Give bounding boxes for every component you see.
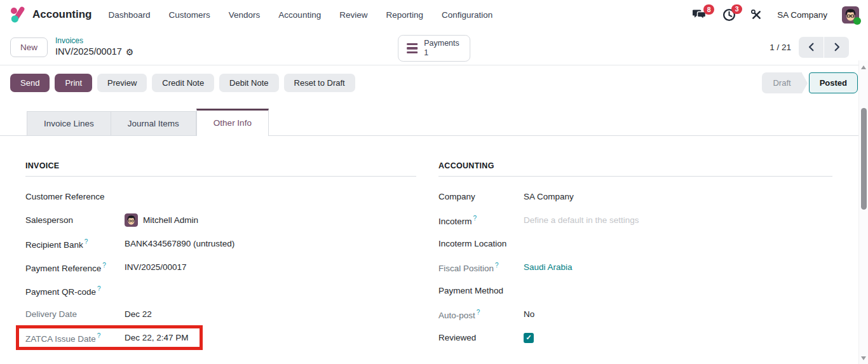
recipient-bank-value[interactable]: BANK434567890 (untrusted) [125,237,234,250]
top-navbar: Accounting Dashboard Customers Vendors A… [0,0,868,29]
menu-review[interactable]: Review [339,10,367,20]
debit-note-button[interactable]: Debit Note [219,74,278,92]
state-widget: Draft Posted [762,72,858,93]
auto-post-value[interactable]: No [524,307,534,321]
control-panel: New Invoices INV/2025/00017 ⚙ Payments 1… [0,29,868,65]
field-auto-post: Auto-post? No [438,307,832,321]
reviewed-label: Reviewed [438,333,524,342]
tab-journal-items[interactable]: Journal Items [111,111,196,135]
nav-right: 8 3 SA Company [693,6,859,24]
tab-invoice-lines[interactable]: Invoice Lines [27,111,111,135]
accounting-app-icon[interactable] [10,6,27,23]
help-icon[interactable]: ? [85,238,88,245]
notebook-tabs: Invoice Lines Journal Items Other Info [0,109,868,136]
reset-to-draft-button[interactable]: Reset to Draft [284,74,355,92]
scroll-down-arrow-icon[interactable] [861,356,866,360]
gear-icon[interactable]: ⚙ [126,48,134,57]
menu-dashboard[interactable]: Dashboard [109,10,151,20]
field-zatca-issue-date: ZATCA Issue Date? Dec 22, 2:47 PM [25,330,416,345]
field-customer-reference: Customer Reference [25,189,416,204]
vertical-scrollbar[interactable] [858,60,868,364]
chevron-right-icon [833,43,841,51]
menu-accounting[interactable]: Accounting [278,10,321,20]
help-icon[interactable]: ? [473,215,477,222]
tools-button[interactable] [750,9,763,21]
payments-count: 1 [424,48,428,58]
action-buttons: Send Print Preview Credit Note Debit Not… [10,74,355,92]
state-draft[interactable]: Draft [762,72,801,93]
pager-next-button[interactable] [824,37,849,58]
salesperson-value[interactable]: Mitchell Admin [125,213,198,227]
print-button[interactable]: Print [55,74,92,92]
breadcrumb-current: INV/2025/00017 ⚙ [55,46,133,57]
help-icon[interactable]: ? [495,262,499,269]
field-payment-reference: Payment Reference? INV/2025/00017 [25,260,416,274]
zatca-issue-date-label: ZATCA Issue Date? [25,332,125,344]
nav-left: Accounting Dashboard Customers Vendors A… [10,6,492,23]
form-sheet: Invoice Lines Journal Items Other Info I… [0,109,868,354]
accounting-section: ACCOUNTING Company SA Company Incoterm? … [438,161,832,354]
salesperson-label: Salesperson [25,215,125,225]
payment-reference-value[interactable]: INV/2025/00017 [125,260,187,274]
field-salesperson: Salesperson Mi [25,213,416,227]
incoterm-label: Incoterm? [438,215,524,226]
activities-button[interactable]: 3 [722,8,736,22]
zatca-issue-date-value[interactable]: Dec 22, 2:47 PM [125,331,189,344]
checkmark-icon: ✓ [526,334,531,341]
record-name: INV/2025/00017 [55,46,122,57]
field-fiscal-position: Fiscal Position? Saudi Arabia [438,260,832,274]
company-value[interactable]: SA Company [524,190,574,203]
payment-method-label: Payment Method [438,286,524,295]
field-delivery-date: Delivery Date Dec 22 [25,307,416,321]
field-incoterm-location: Incoterm Location [438,236,832,251]
preview-button[interactable]: Preview [97,74,147,92]
menu-customers[interactable]: Customers [169,10,210,20]
fiscal-position-label: Fiscal Position? [438,262,524,273]
app-name[interactable]: Accounting [32,8,92,21]
state-posted: Posted [809,72,858,93]
breadcrumb-area: New Invoices INV/2025/00017 ⚙ [10,36,133,57]
pager: 1 / 21 [770,37,858,58]
field-payment-method: Payment Method [438,283,832,298]
delivery-date-label: Delivery Date [25,309,125,319]
salesperson-avatar [125,213,138,227]
messages-button[interactable]: 8 [693,8,708,21]
messages-badge: 8 [703,4,714,15]
payments-smart-button[interactable]: Payments 1 [398,35,470,62]
main-menu: Dashboard Customers Vendors Accounting R… [109,10,493,20]
status-bar: Send Print Preview Credit Note Debit Not… [0,65,868,100]
user-avatar[interactable] [842,6,859,24]
menu-configuration[interactable]: Configuration [442,10,492,20]
pager-buttons [799,37,849,58]
state-arrow-icon [802,73,808,93]
reviewed-checkbox[interactable]: ✓ [524,333,534,343]
company-label: Company [438,192,524,201]
pager-previous-button[interactable] [799,37,824,58]
other-info-content: INVOICE Customer Reference Salesperson [0,136,868,354]
help-icon[interactable]: ? [477,309,480,316]
recipient-bank-label: Recipient Bank? [25,238,125,250]
new-button[interactable]: New [10,37,48,57]
credit-note-button[interactable]: Credit Note [152,74,214,92]
chevron-left-icon [808,43,815,51]
incoterm-input[interactable]: Define a default in the settings [524,213,639,227]
help-icon[interactable]: ? [102,262,106,269]
breadcrumb-invoices-link[interactable]: Invoices [55,36,133,46]
scrollbar-thumb[interactable] [861,108,867,210]
auto-post-label: Auto-post? [438,309,524,320]
scroll-up-arrow-icon[interactable] [861,65,866,69]
company-switcher[interactable]: SA Company [777,10,827,20]
invoice-section-title: INVOICE [25,161,416,177]
fiscal-position-link[interactable]: Saudi Arabia [524,260,573,274]
field-recipient-bank: Recipient Bank? BANK434567890 (untrusted… [25,236,416,251]
field-company: Company SA Company [438,189,832,204]
payments-journal-icon [407,43,417,54]
help-icon[interactable]: ? [97,332,101,339]
wrench-screwdriver-icon [750,9,763,21]
menu-vendors[interactable]: Vendors [229,10,261,20]
send-button[interactable]: Send [10,74,50,92]
tab-other-info[interactable]: Other Info [196,109,269,136]
menu-reporting[interactable]: Reporting [386,10,423,20]
delivery-date-value[interactable]: Dec 22 [125,307,152,321]
help-icon[interactable]: ? [97,285,101,292]
